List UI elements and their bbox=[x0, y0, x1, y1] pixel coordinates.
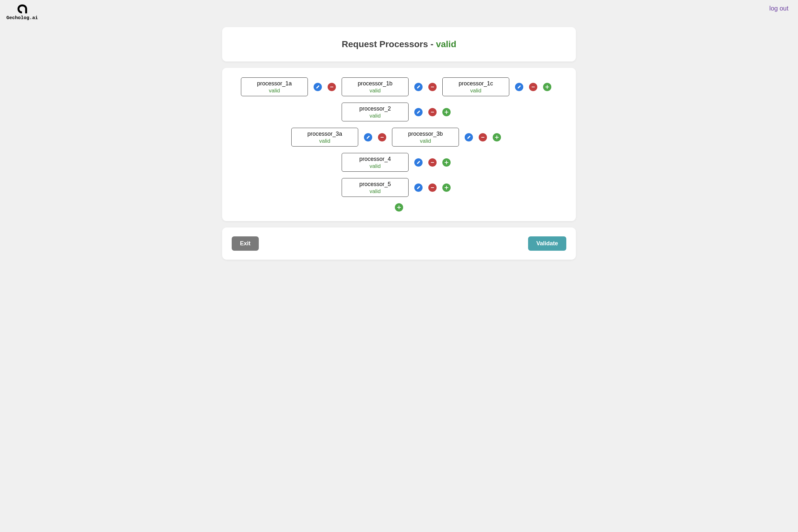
plus-icon bbox=[397, 205, 401, 210]
processor-name: processor_1b bbox=[345, 80, 405, 87]
edit-button[interactable] bbox=[414, 184, 423, 192]
processor-box[interactable]: processor_4valid bbox=[341, 153, 409, 172]
processor-row: processor_5valid bbox=[235, 178, 563, 197]
processor-unit: processor_2valid bbox=[341, 102, 451, 121]
processor-unit: processor_1cvalid bbox=[442, 77, 551, 96]
processor-status: valid bbox=[244, 88, 304, 94]
page-title: Request Processors - valid bbox=[228, 39, 570, 50]
processor-box[interactable]: processor_1avalid bbox=[241, 77, 308, 96]
edit-button[interactable] bbox=[414, 83, 423, 91]
pencil-icon bbox=[416, 110, 421, 114]
processor-name: processor_5 bbox=[345, 181, 405, 188]
processor-status: valid bbox=[446, 88, 506, 94]
add-button[interactable] bbox=[442, 158, 451, 167]
processor-row: processor_2valid bbox=[235, 102, 563, 121]
minus-icon bbox=[481, 135, 485, 139]
processor-unit: processor_3avalid bbox=[291, 128, 386, 147]
add-button[interactable] bbox=[442, 184, 451, 192]
processor-box[interactable]: processor_1bvalid bbox=[341, 77, 409, 96]
edit-button[interactable] bbox=[414, 158, 423, 167]
remove-button[interactable] bbox=[378, 133, 386, 141]
processor-name: processor_1a bbox=[244, 80, 304, 87]
add-button[interactable] bbox=[442, 108, 451, 116]
exit-button[interactable]: Exit bbox=[232, 236, 259, 251]
processor-name: processor_4 bbox=[345, 156, 405, 163]
processor-box[interactable]: processor_2valid bbox=[341, 102, 409, 121]
pencil-icon bbox=[416, 85, 421, 89]
processor-unit: processor_3bvalid bbox=[392, 128, 501, 147]
minus-icon bbox=[330, 85, 334, 89]
logo-icon bbox=[15, 3, 30, 15]
add-button[interactable] bbox=[493, 133, 501, 141]
processor-box[interactable]: processor_1cvalid bbox=[442, 77, 509, 96]
minus-icon bbox=[430, 110, 435, 114]
minus-icon bbox=[380, 135, 384, 139]
remove-button[interactable] bbox=[428, 83, 437, 91]
remove-button[interactable] bbox=[529, 83, 537, 91]
add-row-button[interactable] bbox=[395, 203, 403, 211]
edit-button[interactable] bbox=[515, 83, 523, 91]
processor-unit: processor_5valid bbox=[341, 178, 451, 197]
plus-icon bbox=[444, 160, 449, 165]
processor-unit: processor_4valid bbox=[341, 153, 451, 172]
page-status: valid bbox=[436, 39, 457, 49]
processor-box[interactable]: processor_3avalid bbox=[291, 128, 358, 147]
brand-logo: Gecholog.ai bbox=[6, 3, 38, 21]
remove-button[interactable] bbox=[428, 108, 437, 116]
pencil-icon bbox=[416, 185, 421, 190]
processor-status: valid bbox=[395, 138, 456, 144]
processor-row: processor_3avalidprocessor_3bvalid bbox=[235, 128, 563, 147]
processor-status: valid bbox=[345, 88, 405, 94]
minus-icon bbox=[531, 85, 535, 89]
remove-button[interactable] bbox=[328, 83, 336, 91]
plus-icon bbox=[495, 135, 499, 139]
processor-box[interactable]: processor_3bvalid bbox=[392, 128, 459, 147]
processor-row: processor_1avalidprocessor_1bvalidproces… bbox=[235, 77, 563, 96]
processor-name: processor_3a bbox=[295, 131, 355, 137]
processor-status: valid bbox=[345, 113, 405, 119]
edit-button[interactable] bbox=[465, 133, 473, 141]
minus-icon bbox=[430, 160, 435, 165]
processor-box[interactable]: processor_5valid bbox=[341, 178, 409, 197]
brand-name: Gecholog.ai bbox=[6, 15, 38, 21]
edit-button[interactable] bbox=[414, 108, 423, 116]
header-card: Request Processors - valid bbox=[222, 27, 576, 61]
pencil-icon bbox=[366, 135, 370, 139]
pencil-icon bbox=[517, 85, 521, 89]
processors-card: processor_1avalidprocessor_1bvalidproces… bbox=[222, 68, 576, 221]
remove-button[interactable] bbox=[428, 158, 437, 167]
plus-icon bbox=[545, 85, 550, 89]
processor-name: processor_2 bbox=[345, 106, 405, 112]
pencil-icon bbox=[316, 85, 320, 89]
plus-icon bbox=[444, 110, 449, 114]
validate-button[interactable]: Validate bbox=[528, 236, 566, 251]
processor-name: processor_3b bbox=[395, 131, 456, 137]
minus-icon bbox=[430, 85, 435, 89]
pencil-icon bbox=[416, 160, 421, 164]
page-title-text: Request Processors - bbox=[341, 39, 436, 49]
remove-button[interactable] bbox=[428, 184, 437, 192]
edit-button[interactable] bbox=[364, 133, 372, 141]
remove-button[interactable] bbox=[479, 133, 487, 141]
processor-status: valid bbox=[345, 163, 405, 170]
processor-row: processor_4valid bbox=[235, 153, 563, 172]
processor-name: processor_1c bbox=[446, 80, 506, 87]
plus-icon bbox=[444, 185, 449, 190]
add-button[interactable] bbox=[543, 83, 551, 91]
pencil-icon bbox=[467, 135, 471, 139]
processor-status: valid bbox=[295, 138, 355, 144]
processor-unit: processor_1avalid bbox=[241, 77, 336, 96]
logout-link[interactable]: log out bbox=[766, 3, 792, 14]
footer-card: Exit Validate bbox=[222, 227, 576, 260]
processor-status: valid bbox=[345, 188, 405, 195]
processor-unit: processor_1bvalid bbox=[341, 77, 437, 96]
edit-button[interactable] bbox=[314, 83, 322, 91]
minus-icon bbox=[430, 185, 435, 190]
